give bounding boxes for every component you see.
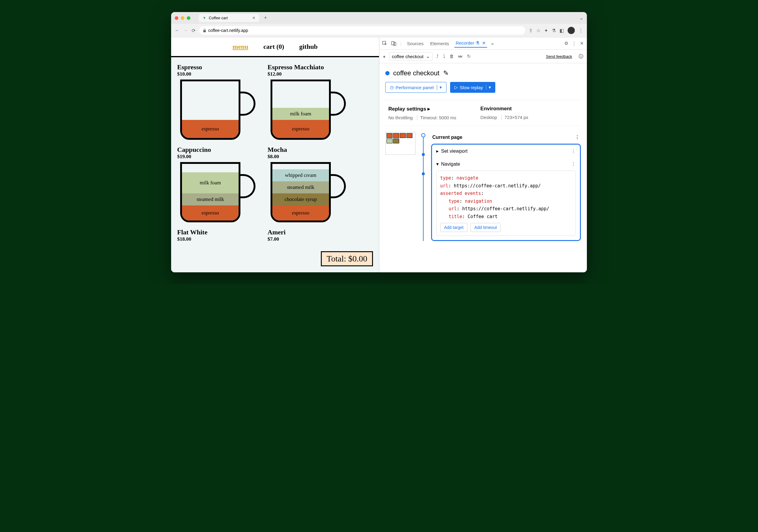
chevron-right-icon: ▸ (428, 106, 430, 112)
tab-sources[interactable]: Sources (406, 40, 425, 47)
gauge-icon: ◷ (390, 84, 394, 90)
product-price: $8.00 (267, 154, 352, 160)
chevron-down-icon[interactable]: ▾ (437, 84, 442, 90)
timeline (420, 132, 426, 241)
env-type: Desktop (481, 115, 497, 120)
settings-icon[interactable]: ⚙ (564, 41, 568, 46)
close-tab-icon[interactable]: ✕ (482, 40, 486, 46)
tab-title: Coffee cart (209, 16, 228, 20)
product-flatwhite: Flat White $18.00 (177, 228, 261, 242)
extensions-icon[interactable]: ✦ (544, 28, 548, 33)
address-bar: ← → ⟳ coffee-cart.netlify.app ⇧ ☆ ✦ ⚗ ◧ … (171, 24, 587, 37)
product-name: Cappuccino (177, 146, 261, 154)
menu-icon[interactable]: ⋮ (578, 28, 583, 33)
product-espresso: Espresso $10.00 espresso (177, 63, 261, 140)
delete-icon[interactable]: 🗑 (450, 53, 454, 59)
nav-menu[interactable]: menu (232, 43, 249, 50)
steps-area: Current page ⋮ ▸ Set viewport ⋮ ▾ N (385, 132, 581, 241)
layer-espresso: espresso (272, 206, 329, 220)
replay-settings-heading[interactable]: Replay settings ▸ (388, 106, 457, 112)
cup-icon[interactable]: whipped cream steamed milk chocolate syr… (267, 162, 346, 222)
chevron-right-icon: ▸ (436, 148, 439, 154)
product-macchiato: Espresso Macchiato $12.00 milk foam espr… (267, 63, 352, 140)
bookmark-icon[interactable]: ☆ (536, 28, 540, 33)
kebab-icon[interactable]: ⋮ (572, 41, 576, 46)
layer-choco: chocolate syrup (272, 193, 329, 206)
lock-icon (203, 28, 206, 33)
recording-title: coffee checkout (393, 69, 439, 77)
page-viewport: menu cart (0) github Espresso $10.00 esp… (171, 37, 379, 272)
close-devtools-icon[interactable]: ✕ (580, 41, 584, 46)
layer-milkfoam: milk foam (272, 108, 329, 120)
url-field[interactable]: coffee-cart.netlify.app (199, 26, 525, 35)
nav-cart[interactable]: cart (0) (263, 43, 284, 50)
nav-github[interactable]: github (299, 43, 318, 50)
kebab-icon[interactable]: ⋮ (575, 134, 580, 140)
url-text: coffee-cart.netlify.app (208, 28, 248, 33)
more-tabs-icon[interactable]: » (491, 41, 494, 46)
layer-whipped: whipped cream (272, 169, 329, 182)
cup-icon[interactable]: milk foam steamed milk espresso (177, 162, 256, 222)
step-navigate[interactable]: ▾ Navigate ⋮ (432, 157, 580, 171)
tabs-menu-icon[interactable]: ⌄ (579, 15, 583, 21)
step-through-icon[interactable]: ⏭ (458, 53, 463, 59)
labs-icon[interactable]: ⚗ (552, 28, 556, 33)
import-icon[interactable]: ⤵ (443, 53, 445, 59)
profile-avatar[interactable] (568, 27, 575, 34)
chevron-down-icon: ⌄ (426, 53, 430, 59)
reload-icon[interactable]: ⟳ (191, 28, 195, 33)
close-window-button[interactable] (175, 16, 178, 20)
tab-elements[interactable]: Elements (429, 40, 450, 47)
slow-replay-button[interactable]: ▷ Slow replay ▾ (450, 82, 496, 93)
step-thumbnail (385, 132, 415, 155)
toolbar-right: ⇧ ☆ ✦ ⚗ ◧ ⋮ (529, 27, 583, 34)
cart-total[interactable]: Total: $0.00 (321, 251, 373, 266)
kebab-icon[interactable]: ⋮ (571, 148, 576, 154)
product-name: Flat White (177, 228, 261, 236)
tab-recorder[interactable]: Recorder ⚗ ✕ (454, 39, 487, 48)
close-tab-icon[interactable]: ✕ (252, 16, 256, 20)
new-tab-button[interactable]: + (264, 15, 267, 21)
help-icon[interactable]: ⓘ (579, 53, 583, 59)
recording-name: coffee checkout (392, 54, 424, 59)
flask-icon: ⚗ (475, 40, 479, 46)
panel-icon[interactable]: ◧ (560, 28, 564, 33)
add-timeout-button[interactable]: Add timeout (470, 223, 501, 232)
export-icon[interactable]: ⤴ (436, 53, 439, 59)
cup-icon[interactable]: espresso (177, 80, 256, 140)
maximize-window-button[interactable] (187, 16, 190, 20)
chevron-down-icon[interactable]: ▾ (486, 84, 491, 90)
product-name: Espresso (177, 63, 261, 71)
add-recording-icon[interactable]: + (383, 54, 386, 59)
send-feedback-link[interactable]: Send feedback (546, 54, 572, 59)
reset-icon[interactable]: ↻ (467, 53, 471, 59)
minimize-window-button[interactable] (181, 16, 184, 20)
step-set-viewport[interactable]: ▸ Set viewport ⋮ (432, 145, 580, 157)
kebab-icon[interactable]: ⋮ (571, 161, 576, 167)
recording-select[interactable]: coffee checkout ⌄ (389, 52, 432, 60)
product-mocha: Mocha $8.00 whipped cream steamed milk c… (267, 146, 352, 222)
add-target-button[interactable]: Add target (440, 223, 467, 232)
product-price: $7.00 (267, 236, 352, 242)
timeout-value: Timeout: 5000 ms (417, 115, 457, 120)
settings-row: Replay settings ▸ No throttling Timeout:… (385, 100, 581, 126)
product-name: Ameri (267, 228, 352, 236)
performance-panel-button[interactable]: ◷ Performance panel ▾ (385, 82, 446, 93)
inspect-icon[interactable] (382, 41, 387, 46)
device-icon[interactable] (391, 41, 396, 46)
product-name: Mocha (267, 146, 352, 154)
edit-icon[interactable]: ✎ (443, 69, 449, 77)
chevron-down-icon: ▾ (436, 161, 439, 167)
throttle-value: No throttling (388, 115, 413, 120)
product-name: Espresso Macchiato (267, 63, 352, 71)
forward-icon[interactable]: → (183, 28, 188, 33)
browser-tab[interactable]: ▼ Coffee cart ✕ (199, 14, 259, 22)
cup-icon[interactable]: milk foam espresso (267, 80, 346, 140)
step-current-page[interactable]: Current page ⋮ (431, 132, 581, 143)
back-icon[interactable]: ← (175, 28, 180, 33)
step-details: type: navigate url: https://coffee-cart.… (436, 171, 576, 236)
layer-espresso: espresso (182, 120, 239, 138)
share-icon[interactable]: ⇧ (529, 28, 533, 33)
vue-icon: ▼ (202, 16, 206, 20)
product-price: $10.00 (177, 71, 261, 77)
